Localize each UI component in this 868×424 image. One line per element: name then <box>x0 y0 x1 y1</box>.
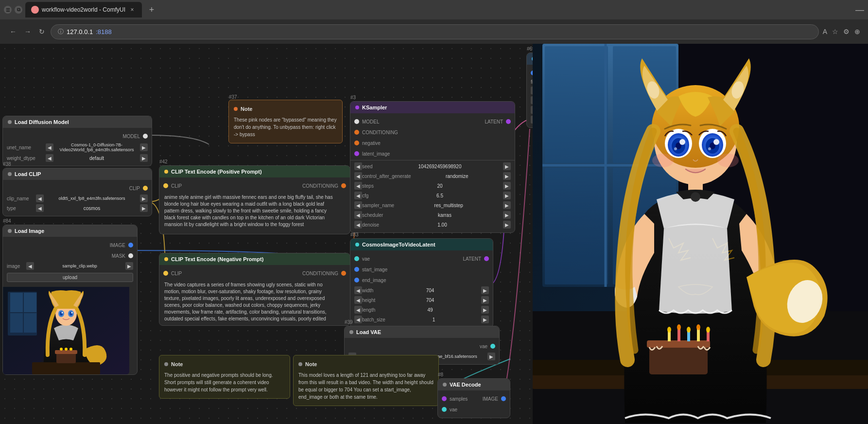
clip-prev-btn[interactable]: ◀ <box>36 194 44 202</box>
seed-prev-btn[interactable]: ◀ <box>354 162 362 170</box>
batch-next-btn[interactable]: ▶ <box>481 316 489 323</box>
tab-overview-btn[interactable]: ⧉ <box>15 6 22 14</box>
ks-sep1 <box>350 160 515 160</box>
node-dot-vae-decode <box>443 383 447 387</box>
clip-output-port[interactable] <box>143 186 148 191</box>
denoise-next-btn[interactable]: ▶ <box>503 221 511 229</box>
clip-neg-in-port[interactable] <box>163 271 168 276</box>
ctrl-prev-btn[interactable]: ◀ <box>354 172 362 180</box>
cosmos-latent-out-label: LATENT <box>463 256 481 262</box>
cosmos-endimg-port[interactable] <box>354 278 359 283</box>
note-61-node: Note The positive and negative prompts s… <box>159 355 290 399</box>
steps-prev-btn[interactable]: ◀ <box>354 182 362 190</box>
mask-output-port[interactable] <box>128 253 133 258</box>
dtype-prev-btn[interactable]: ◀ <box>46 154 53 162</box>
node-number-ksampler: #3 <box>350 95 356 100</box>
note-label: Note <box>241 105 252 113</box>
img-next-btn[interactable]: ▶ <box>125 262 133 270</box>
clip-name-row: clip_name ◀ oldt5_xxl_fp8_e4m3fn.safeten… <box>3 194 152 203</box>
active-tab[interactable]: workflow-video2world - ComfyUI × <box>25 2 142 18</box>
vd-samples-port[interactable] <box>442 396 447 401</box>
node-dot-image <box>8 229 12 233</box>
sched-next-btn[interactable]: ▶ <box>503 211 511 219</box>
image-file-val: sample_clip.webp <box>34 264 125 268</box>
cosmos-vae-in-port[interactable] <box>354 256 359 261</box>
cosmos-latent-node: #83 CosmosImageToVideoLatent vae LATENT … <box>350 238 493 328</box>
cond-neg-out-port[interactable] <box>341 271 346 276</box>
settings-btn[interactable]: ⚙ <box>843 28 850 35</box>
height-next-btn[interactable]: ▶ <box>481 296 489 304</box>
translate-btn[interactable]: A <box>823 28 827 35</box>
cond-pos-out-port[interactable] <box>341 183 346 188</box>
ks-pos-port[interactable] <box>354 130 359 135</box>
mask-output-row: MASK <box>3 250 137 261</box>
height-prev-btn[interactable]: ◀ <box>354 296 362 304</box>
ks-latent-in-port[interactable] <box>354 151 359 156</box>
vaename-next-btn[interactable]: ▶ <box>487 353 495 360</box>
ks-seed-row: ◀ seed 1042692459698920 ▶ <box>350 161 515 171</box>
sidebar-btn[interactable]: ☰ <box>4 6 12 14</box>
conditioning-neg-out-label: CONDITIONING <box>302 271 338 276</box>
clip-out-label: CLIP <box>129 186 140 191</box>
upload-btn[interactable]: upload <box>7 273 133 282</box>
steps-next-btn[interactable]: ▶ <box>503 182 511 190</box>
ks-neg-port[interactable] <box>354 141 359 145</box>
vd-image-out-port[interactable] <box>501 396 506 401</box>
denoise-prev-btn[interactable]: ◀ <box>354 221 362 229</box>
batch-prev-btn[interactable]: ◀ <box>354 316 362 323</box>
ks-latent-out-port[interactable] <box>506 119 511 124</box>
unet-next-btn[interactable]: ▶ <box>140 143 148 151</box>
clip-pos-ports: CLIP CONDITIONING <box>159 180 350 191</box>
node-title-load-diffusion: Load Diffusion Model <box>15 119 69 125</box>
url-port: :8188 <box>96 28 112 35</box>
refresh-btn[interactable]: ↻ <box>37 26 47 37</box>
right-preview-panel <box>533 44 868 424</box>
forward-btn[interactable]: → <box>22 26 33 37</box>
seed-next-btn[interactable]: ▶ <box>503 162 511 170</box>
vae-out-port[interactable] <box>490 344 495 349</box>
sched-prev-btn[interactable]: ◀ <box>354 211 362 219</box>
ks-negative-row: negative <box>350 138 515 148</box>
ctrl-next-btn[interactable]: ▶ <box>503 172 511 180</box>
length-next-btn[interactable]: ▶ <box>481 306 489 314</box>
cosmos-latent-out-port[interactable] <box>484 256 489 261</box>
back-btn[interactable]: ← <box>8 26 18 37</box>
vd-vae-port[interactable] <box>442 407 447 412</box>
vae-out-row: vae <box>345 341 499 352</box>
img-prev-btn[interactable]: ◀ <box>26 262 34 270</box>
ks-latent-out-label: LATENT <box>485 119 503 124</box>
sampler-next-btn[interactable]: ▶ <box>503 201 511 209</box>
url-bar[interactable]: ⓘ 127.0.0.1:8188 <box>51 24 819 39</box>
svg-rect-4 <box>10 313 23 333</box>
bookmark-btn[interactable]: ☆ <box>832 28 838 35</box>
ks-sched-row: ◀ scheduler karras ▶ <box>350 210 515 220</box>
ks-cfg-val: 6.5 <box>377 193 503 198</box>
svg-point-49 <box>652 154 674 167</box>
minimize-btn[interactable]: — <box>855 5 864 15</box>
width-prev-btn[interactable]: ◀ <box>354 286 362 294</box>
cfg-next-btn[interactable]: ▶ <box>503 192 511 199</box>
positive-prompt-text[interactable]: anime style anime girl with massive fenn… <box>159 191 344 231</box>
clip-next-btn[interactable]: ▶ <box>140 194 148 202</box>
clip-positive-node: #42 CLIP Text Encode (Positive Prompt) C… <box>159 165 350 234</box>
width-next-btn[interactable]: ▶ <box>481 286 489 294</box>
sampler-prev-btn[interactable]: ◀ <box>354 201 362 209</box>
type-prev-btn[interactable]: ◀ <box>36 204 44 212</box>
length-prev-btn[interactable]: ◀ <box>354 306 362 314</box>
image-output-port[interactable] <box>128 243 133 247</box>
type-next-btn[interactable]: ▶ <box>140 204 148 212</box>
svg-rect-53 <box>649 345 708 374</box>
negative-prompt-text[interactable]: The video captures a series of frames sh… <box>159 279 344 322</box>
ks-model-port[interactable] <box>354 119 359 124</box>
cfg-prev-btn[interactable]: ◀ <box>354 192 362 199</box>
model-output-port[interactable] <box>143 134 148 139</box>
unet-prev-btn[interactable]: ◀ <box>46 143 53 151</box>
dtype-next-btn[interactable]: ▶ <box>140 154 148 162</box>
new-tab-btn[interactable]: + <box>145 3 158 17</box>
canvas-area[interactable]: Load Diffusion Model MODEL unet_name ◀ C… <box>0 44 868 424</box>
profile-btn[interactable]: ⊕ <box>854 28 860 35</box>
clip-pos-in-port[interactable] <box>163 183 168 188</box>
cosmos-startimg-port[interactable] <box>354 267 359 272</box>
tab-close-btn[interactable]: × <box>128 6 136 14</box>
note-3-node: Note This model loves a length of 121 an… <box>293 355 439 406</box>
